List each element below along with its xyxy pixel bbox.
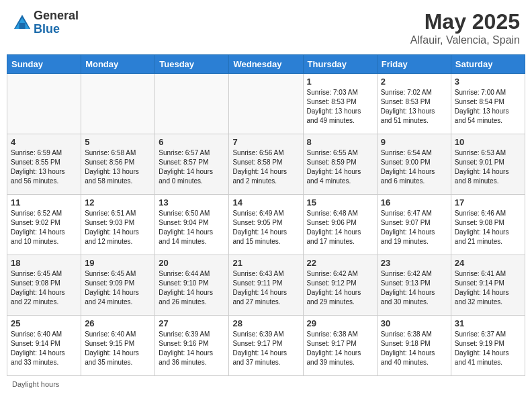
day-number: 1	[307, 77, 373, 87]
day-info: Sunrise: 6:47 AM Sunset: 9:07 PM Dayligh…	[381, 209, 447, 246]
day-info: Sunrise: 6:57 AM Sunset: 8:57 PM Dayligh…	[159, 148, 225, 186]
calendar-cell-1-2	[81, 74, 155, 134]
day-info: Sunrise: 6:49 AM Sunset: 9:05 PM Dayligh…	[232, 209, 299, 246]
day-number: 20	[159, 258, 225, 268]
day-info: Sunrise: 7:00 AM Sunset: 8:54 PM Dayligh…	[455, 88, 521, 126]
day-info: Sunrise: 6:42 AM Sunset: 9:13 PM Dayligh…	[381, 269, 447, 307]
day-info: Sunrise: 6:53 AM Sunset: 9:01 PM Dayligh…	[455, 148, 521, 186]
day-info: Sunrise: 6:43 AM Sunset: 9:11 PM Dayligh…	[232, 269, 299, 307]
day-info: Sunrise: 6:39 AM Sunset: 9:16 PM Dayligh…	[159, 330, 225, 367]
logo-blue-text: Blue	[34, 23, 79, 36]
calendar-cell-4-5: 22Sunrise: 6:42 AM Sunset: 9:12 PM Dayli…	[303, 255, 377, 316]
calendar-cell-5-7: 31Sunrise: 6:37 AM Sunset: 9:19 PM Dayli…	[451, 316, 525, 376]
calendar-cell-3-1: 11Sunrise: 6:52 AM Sunset: 9:02 PM Dayli…	[7, 195, 81, 255]
day-number: 31	[455, 318, 521, 328]
logo-text: General Blue	[34, 9, 79, 36]
calendar-cell-1-5: 1Sunrise: 7:03 AM Sunset: 8:53 PM Daylig…	[303, 74, 377, 134]
calendar-cell-3-7: 17Sunrise: 6:46 AM Sunset: 9:08 PM Dayli…	[451, 195, 525, 255]
day-number: 6	[159, 137, 225, 147]
day-info: Sunrise: 6:40 AM Sunset: 9:15 PM Dayligh…	[85, 330, 151, 367]
calendar-cell-5-6: 30Sunrise: 6:38 AM Sunset: 9:18 PM Dayli…	[377, 316, 451, 376]
footer: Daylight hours	[7, 380, 525, 388]
calendar-cell-3-3: 13Sunrise: 6:50 AM Sunset: 9:04 PM Dayli…	[155, 195, 229, 255]
calendar-header: SundayMondayTuesdayWednesdayThursdayFrid…	[7, 55, 525, 74]
day-number: 18	[11, 258, 77, 268]
calendar-cell-5-1: 25Sunrise: 6:40 AM Sunset: 9:14 PM Dayli…	[7, 316, 81, 376]
location-title: Alfauir, Valencia, Spain	[410, 34, 520, 46]
day-number: 9	[381, 137, 447, 147]
day-number: 21	[232, 258, 299, 268]
calendar-table: SundayMondayTuesdayWednesdayThursdayFrid…	[7, 54, 525, 376]
weekday-header-tuesday: Tuesday	[155, 55, 229, 74]
day-number: 3	[455, 77, 521, 87]
calendar-week-1: 1Sunrise: 7:03 AM Sunset: 8:53 PM Daylig…	[7, 74, 525, 134]
calendar-cell-1-3	[155, 74, 229, 134]
weekday-header-monday: Monday	[81, 55, 155, 74]
day-info: Sunrise: 6:41 AM Sunset: 9:14 PM Dayligh…	[455, 269, 521, 307]
weekday-header-saturday: Saturday	[451, 55, 525, 74]
day-number: 15	[307, 197, 373, 208]
calendar-cell-4-6: 23Sunrise: 6:42 AM Sunset: 9:13 PM Dayli…	[377, 255, 451, 316]
day-info: Sunrise: 6:48 AM Sunset: 9:06 PM Dayligh…	[307, 209, 373, 246]
day-info: Sunrise: 6:38 AM Sunset: 9:18 PM Dayligh…	[381, 330, 447, 367]
day-number: 17	[455, 197, 521, 208]
calendar-cell-5-5: 29Sunrise: 6:38 AM Sunset: 9:17 PM Dayli…	[303, 316, 377, 376]
day-number: 29	[307, 318, 373, 328]
calendar-cell-4-1: 18Sunrise: 6:45 AM Sunset: 9:08 PM Dayli…	[7, 255, 81, 316]
day-info: Sunrise: 6:59 AM Sunset: 8:55 PM Dayligh…	[11, 148, 77, 186]
day-info: Sunrise: 6:45 AM Sunset: 9:08 PM Dayligh…	[11, 269, 77, 307]
calendar-cell-4-7: 24Sunrise: 6:41 AM Sunset: 9:14 PM Dayli…	[451, 255, 525, 316]
calendar-cell-5-3: 27Sunrise: 6:39 AM Sunset: 9:16 PM Dayli…	[155, 316, 229, 376]
day-number: 12	[85, 197, 151, 208]
day-info: Sunrise: 6:52 AM Sunset: 9:02 PM Dayligh…	[11, 209, 77, 246]
day-info: Sunrise: 6:56 AM Sunset: 8:58 PM Dayligh…	[232, 148, 299, 186]
day-info: Sunrise: 6:42 AM Sunset: 9:12 PM Dayligh…	[307, 269, 373, 307]
calendar-cell-2-6: 9Sunrise: 6:54 AM Sunset: 9:00 PM Daylig…	[377, 134, 451, 195]
day-number: 13	[159, 197, 225, 208]
calendar-cell-1-6: 2Sunrise: 7:02 AM Sunset: 8:53 PM Daylig…	[377, 74, 451, 134]
day-info: Sunrise: 6:39 AM Sunset: 9:17 PM Dayligh…	[232, 330, 299, 367]
day-number: 2	[381, 77, 447, 87]
weekday-header-sunday: Sunday	[7, 55, 81, 74]
day-info: Sunrise: 7:03 AM Sunset: 8:53 PM Dayligh…	[307, 88, 373, 126]
calendar-cell-3-5: 15Sunrise: 6:48 AM Sunset: 9:06 PM Dayli…	[303, 195, 377, 255]
svg-rect-2	[19, 23, 26, 29]
calendar-cell-3-6: 16Sunrise: 6:47 AM Sunset: 9:07 PM Dayli…	[377, 195, 451, 255]
calendar-cell-2-2: 5Sunrise: 6:58 AM Sunset: 8:56 PM Daylig…	[81, 134, 155, 195]
day-number: 4	[11, 137, 77, 147]
day-info: Sunrise: 6:45 AM Sunset: 9:09 PM Dayligh…	[85, 269, 151, 307]
day-info: Sunrise: 6:46 AM Sunset: 9:08 PM Dayligh…	[455, 209, 521, 246]
month-title: May 2025	[410, 9, 520, 34]
day-number: 28	[232, 318, 299, 328]
day-number: 23	[381, 258, 447, 268]
day-info: Sunrise: 6:37 AM Sunset: 9:19 PM Dayligh…	[455, 330, 521, 367]
calendar-week-2: 4Sunrise: 6:59 AM Sunset: 8:55 PM Daylig…	[7, 134, 525, 195]
day-number: 25	[11, 318, 77, 328]
calendar-cell-2-5: 8Sunrise: 6:55 AM Sunset: 8:59 PM Daylig…	[303, 134, 377, 195]
day-number: 8	[307, 137, 373, 147]
calendar-week-4: 18Sunrise: 6:45 AM Sunset: 9:08 PM Dayli…	[7, 255, 525, 316]
weekday-header-wednesday: Wednesday	[229, 55, 303, 74]
day-info: Sunrise: 6:40 AM Sunset: 9:14 PM Dayligh…	[11, 330, 77, 367]
calendar-cell-4-3: 20Sunrise: 6:44 AM Sunset: 9:10 PM Dayli…	[155, 255, 229, 316]
logo-general-text: General	[34, 9, 79, 23]
day-number: 30	[381, 318, 447, 328]
calendar-cell-3-2: 12Sunrise: 6:51 AM Sunset: 9:03 PM Dayli…	[81, 195, 155, 255]
calendar-cell-5-4: 28Sunrise: 6:39 AM Sunset: 9:17 PM Dayli…	[229, 316, 303, 376]
day-info: Sunrise: 6:55 AM Sunset: 8:59 PM Dayligh…	[307, 148, 373, 186]
day-number: 7	[232, 137, 299, 147]
calendar-cell-2-1: 4Sunrise: 6:59 AM Sunset: 8:55 PM Daylig…	[7, 134, 81, 195]
day-info: Sunrise: 6:54 AM Sunset: 9:00 PM Dayligh…	[381, 148, 447, 186]
day-number: 27	[159, 318, 225, 328]
calendar-week-3: 11Sunrise: 6:52 AM Sunset: 9:02 PM Dayli…	[7, 195, 525, 255]
daylight-label: Daylight hours	[12, 380, 59, 388]
calendar-week-5: 25Sunrise: 6:40 AM Sunset: 9:14 PM Dayli…	[7, 316, 525, 376]
day-number: 10	[455, 137, 521, 147]
day-number: 24	[455, 258, 521, 268]
weekday-header-thursday: Thursday	[303, 55, 377, 74]
calendar-cell-1-7: 3Sunrise: 7:00 AM Sunset: 8:54 PM Daylig…	[451, 74, 525, 134]
day-info: Sunrise: 6:44 AM Sunset: 9:10 PM Dayligh…	[159, 269, 225, 307]
calendar-cell-1-1	[7, 74, 81, 134]
calendar-cell-2-4: 7Sunrise: 6:56 AM Sunset: 8:58 PM Daylig…	[229, 134, 303, 195]
day-info: Sunrise: 6:38 AM Sunset: 9:17 PM Dayligh…	[307, 330, 373, 367]
